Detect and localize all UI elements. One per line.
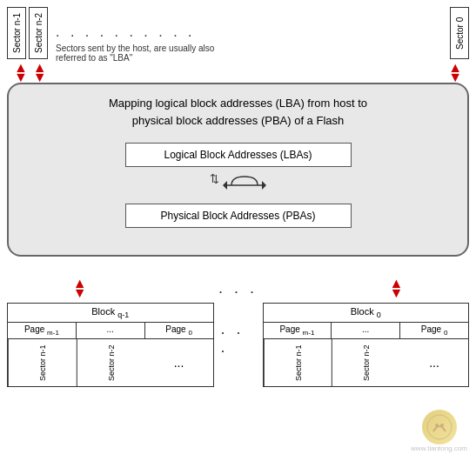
watermark: www.tiantong.com xyxy=(411,410,467,452)
sector-n1-right: Sector n-1 xyxy=(264,339,332,386)
watermark-icon xyxy=(422,410,457,444)
sector-dots-right: ... xyxy=(400,339,468,386)
bottom-arrow-1: ▲ ▼ xyxy=(73,278,87,297)
red-arrow-left-1: ▲ ▼ xyxy=(14,63,28,82)
block-q1-pages: Page m-1 ... Page 0 xyxy=(7,323,214,339)
page-m-minus-1-left: Page m-1 xyxy=(8,323,77,338)
top-right-arrow: ▲ ▼ xyxy=(448,63,462,82)
svg-marker-2 xyxy=(262,181,266,190)
svg-marker-1 xyxy=(223,181,227,190)
dots-pages-left: ... xyxy=(77,323,145,338)
bottom-middle-dots: . . . xyxy=(218,279,258,297)
lba-box: Logical Block Addresses (LBAs) xyxy=(125,143,352,167)
block-q1-label: Block q-1 xyxy=(7,303,214,323)
middle-block-dots: . . . xyxy=(221,303,256,387)
block-0-pages: Page m-1 ... Page 0 xyxy=(263,323,470,339)
sector-0-box: Sector 0 xyxy=(450,7,469,59)
svg-point-5 xyxy=(440,424,444,427)
page-0-left: Page 0 xyxy=(145,323,213,338)
lba-pba-arrows: ⇅ xyxy=(23,172,453,198)
sector-dots-left: ... xyxy=(145,339,213,386)
block-0-label: Block 0 xyxy=(263,303,470,323)
pba-box: Physical Block Addresses (PBAs) xyxy=(125,204,352,228)
bottom-arrow-2: ▲ ▼ xyxy=(389,278,403,297)
watermark-url: www.tiantong.com xyxy=(411,444,467,452)
svg-point-4 xyxy=(435,424,439,427)
block-q1-sectors: Sector n-1 Sector n-2 ... xyxy=(7,339,214,387)
sector-note: Sectors sent by the host, are usually al… xyxy=(56,43,247,63)
block-0-sectors: Sector n-1 Sector n-2 ... xyxy=(263,339,470,387)
sector-n-minus-2: Sector n-2 xyxy=(29,7,48,59)
top-left-arrows: ▲ ▼ ▲ ▼ xyxy=(14,63,47,82)
mapping-box: Mapping logical block addresses (LBA) fr… xyxy=(7,83,469,257)
mapping-title: Mapping logical block addresses (LBA) fr… xyxy=(23,95,453,129)
diagram: Sector n-1 Sector n-2 . . . . . . . . . … xyxy=(0,0,476,461)
bottom-arrows-row: ▲ ▼ . . . ▲ ▼ xyxy=(7,278,469,297)
page-0-right: Page 0 xyxy=(400,323,468,338)
sector-n2-left: Sector n-2 xyxy=(77,339,145,386)
red-arrow-left-2: ▲ ▼ xyxy=(33,63,47,82)
bottom-blocks: Block q-1 Page m-1 ... Page 0 Sector n-1… xyxy=(7,303,469,387)
top-dots: . . . . . . . . . . xyxy=(56,7,247,40)
page-m-minus-1-right: Page m-1 xyxy=(264,323,332,338)
dots-pages-right: ... xyxy=(332,323,400,338)
block-0: Block 0 Page m-1 ... Page 0 Sector n-1 S… xyxy=(263,303,470,387)
block-q-minus-1: Block q-1 Page m-1 ... Page 0 Sector n-1… xyxy=(7,303,214,387)
sector-n1-left: Sector n-1 xyxy=(8,339,77,386)
sector-n-minus-1: Sector n-1 xyxy=(7,7,26,59)
sector-n2-right: Sector n-2 xyxy=(332,339,400,386)
